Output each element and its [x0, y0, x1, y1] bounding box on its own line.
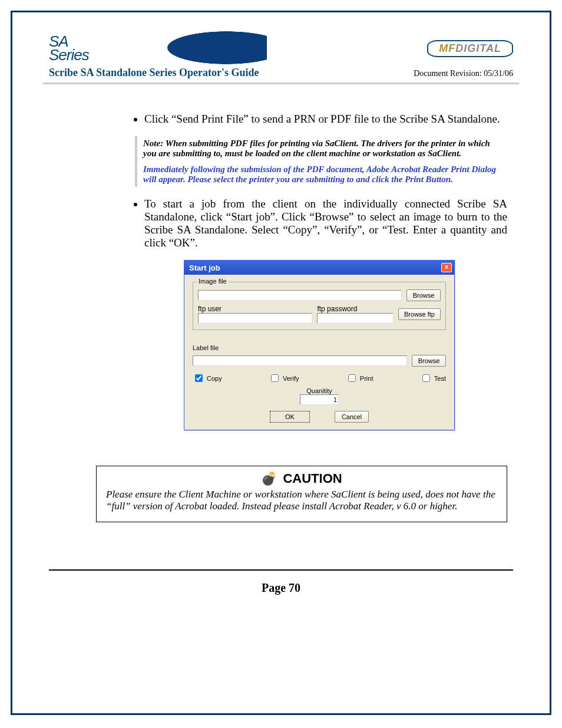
page-number: Page 70: [49, 581, 513, 595]
mf-text: MF: [439, 42, 455, 54]
header-rule: [43, 83, 519, 84]
option-row: Copy Verify Print Test: [193, 373, 446, 384]
label-browse-button[interactable]: Browse: [412, 355, 446, 367]
ftp-password-input[interactable]: [317, 313, 394, 324]
quantity-input[interactable]: [300, 394, 339, 405]
caution-heading-text: CAUTION: [283, 471, 342, 486]
start-job-dialog: Start job × Image file Browse ftp user: [184, 260, 455, 430]
bullet-2: To start a job from the client on the in…: [144, 197, 507, 249]
dialog-body: Image file Browse ftp user ftp password: [184, 275, 454, 430]
ok-button[interactable]: OK: [270, 411, 310, 423]
sa-series-logo: SA Series: [49, 35, 89, 62]
bullet-1: Click “Send Print File” to send a PRN or…: [144, 113, 507, 126]
test-checkbox[interactable]: Test: [420, 373, 446, 384]
image-file-legend: Image file: [197, 278, 229, 285]
ftp-user-label: ftp user: [198, 305, 312, 313]
page-header: SA Series MFDIGITAL Scribe SA Standalone…: [43, 31, 519, 84]
logo-line2: Series: [49, 48, 89, 62]
footer-rule: [49, 569, 513, 571]
close-icon[interactable]: ×: [441, 263, 452, 272]
image-file-input[interactable]: [198, 290, 402, 301]
cancel-button[interactable]: Cancel: [335, 411, 369, 423]
bomb-icon: 💣: [261, 471, 277, 486]
caution-heading: 💣 CAUTION: [106, 471, 497, 486]
label-file-label: Label file: [193, 344, 446, 351]
bullet-list: Click “Send Print File” to send a PRN or…: [131, 113, 507, 126]
browse-button[interactable]: Browse: [406, 289, 441, 301]
ftp-password-label: ftp password: [317, 305, 394, 313]
guide-title: Scribe SA Standalone Series Operator's G…: [49, 67, 259, 79]
page-content: Click “Send Print File” to send a PRN or…: [49, 84, 513, 522]
header-swoosh: [131, 31, 267, 64]
note-text-1: Note: When submitting PDF files for prin…: [143, 139, 501, 159]
caution-box: 💣 CAUTION Please ensure the Client Machi…: [96, 466, 507, 522]
copy-checkbox[interactable]: Copy: [193, 373, 222, 384]
note-box: Note: When submitting PDF files for prin…: [135, 136, 507, 187]
bullet-list-2: To start a job from the client on the in…: [131, 197, 507, 249]
label-file-input[interactable]: [193, 355, 407, 366]
dialog-buttons: OK Cancel: [193, 411, 446, 423]
browse-ftp-button[interactable]: Browse ftp: [398, 308, 441, 320]
verify-checkbox[interactable]: Verify: [269, 373, 299, 384]
quantity-section: Quanitity: [193, 387, 446, 405]
note-text-2: Immediately following the submission of …: [143, 164, 501, 185]
mf-digital-logo: MFDIGITAL: [427, 40, 513, 57]
dialog-title: Start job: [189, 263, 220, 272]
digital-text: DIGITAL: [455, 42, 501, 54]
ftp-user-input[interactable]: [198, 313, 312, 324]
dialog-titlebar[interactable]: Start job ×: [184, 261, 454, 275]
caution-text: Please ensure the Client Machine or work…: [106, 489, 497, 512]
image-file-fieldset: Image file Browse ftp user ftp password: [193, 282, 446, 330]
page: SA Series MFDIGITAL Scribe SA Standalone…: [11, 11, 551, 715]
print-checkbox[interactable]: Print: [346, 373, 373, 384]
doc-revision: Document Revision: 05/31/06: [414, 69, 513, 78]
quantity-label: Quanitity: [193, 387, 446, 394]
